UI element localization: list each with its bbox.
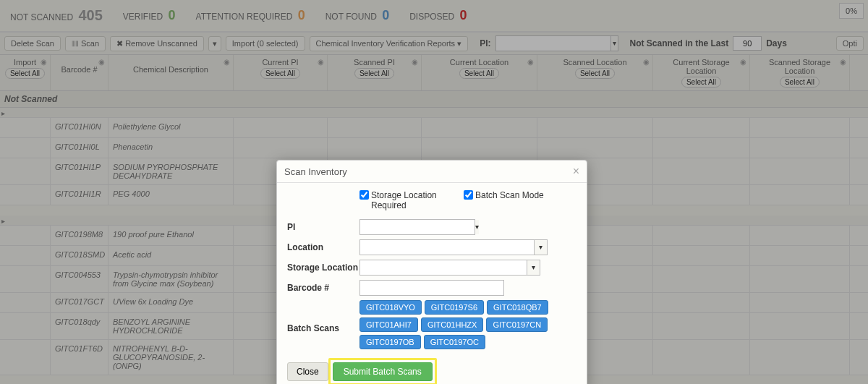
toolbar-pi-input[interactable] [496,36,610,51]
cell-current-pi [234,118,328,137]
scan-inventory-modal: Scan Inventory × Storage Location Requir… [276,160,587,384]
stat-not-found-label: NOT FOUND [326,12,377,22]
cell-current-stor [653,118,750,137]
cell-import [0,313,51,339]
close-button[interactable]: Close [287,362,328,381]
filter-icon[interactable]: ◉ [41,58,47,66]
filter-icon[interactable]: ◉ [412,58,418,66]
scan-button[interactable]: ⦀⦀ Scan [65,36,106,51]
batch-scan-tag[interactable]: GITC0197CN [486,317,548,332]
remove-unscanned-dropdown[interactable]: ▾ [208,36,221,51]
modal-footer: Close Submit Batch Scans [277,359,587,384]
filter-icon[interactable]: ◉ [318,58,324,66]
batch-scan-tag[interactable]: GITC0197OB [359,335,421,349]
options-button[interactable]: Opti [836,36,864,51]
stat-disposed-label: DISPOSED [409,12,454,22]
col-barcode[interactable]: ◉ Barcode # [51,55,109,90]
cell-current-stor [653,226,750,245]
stat-not-scanned-value: 405 [78,7,102,23]
remove-unscanned-button[interactable]: ✖ Remove Unscanned [110,36,204,51]
cell-barcode: GITC004553 [51,266,109,292]
caret-down-icon: ▾ [457,39,461,48]
modal-storage-select[interactable]: ▾ [359,260,540,276]
batch-scan-tag[interactable]: GITC0197OC [424,335,485,349]
batch-mode-input[interactable] [464,190,473,200]
storage-required-label: Storage Location Required [371,190,451,210]
batch-mode-checkbox[interactable]: Batch Scan Mode [464,190,544,210]
toolbar-pi-select[interactable]: ▾ [495,35,618,51]
chevron-down-icon[interactable]: ▾ [527,260,540,275]
table-row[interactable]: GITC01HI0LPhenacetin [0,138,868,158]
modal-storage-input[interactable] [360,260,527,275]
storage-required-checkbox[interactable]: Storage Location Required [359,190,451,210]
scan-button-label: Scan [81,39,99,48]
table-row[interactable]: GITC01HI0NPoliethylene Glycol [0,118,868,138]
batch-scan-tag[interactable]: GITC0197S6 [425,300,484,315]
col-description[interactable]: ◉ Chemical Description [109,55,234,90]
filter-icon[interactable]: ◉ [740,58,746,66]
cell-description: NITROPHENYL B-D-GLUCOPYRANOSIDE, 2- (ONP… [109,340,234,375]
column-headers: ◉ Import Select All ◉ Barcode # ◉ Chemic… [0,55,868,91]
batch-scan-tag[interactable]: GITC018VYO [359,300,422,315]
stat-verified-label: VERIFIED [123,12,163,22]
col-current-location[interactable]: ◉ Current Location Select All [422,55,537,90]
delete-scan-button[interactable]: Delete Scan [4,36,61,51]
filter-icon[interactable]: ◉ [643,58,650,66]
reports-dropdown[interactable]: Chemical Inventory Verification Reports … [310,36,469,51]
col-current-storage[interactable]: ◉ Current Storage Location Select All [653,55,750,90]
chevron-down-icon[interactable]: ▾ [534,240,547,255]
col-import: ◉ Import Select All [0,55,51,90]
batch-mode-label: Batch Scan Mode [475,190,544,200]
select-all-current-stor[interactable]: Select All [681,77,721,88]
cell-current-stor [653,158,750,184]
toolbar-pi-label: PI: [480,38,490,48]
stat-attention: ATTENTION REQUIRED 0 [196,8,305,23]
chevron-down-icon[interactable]: ▾ [610,36,618,51]
filter-icon[interactable]: ◉ [527,58,534,66]
cell-scanned-loc [537,138,653,158]
filter-icon[interactable]: ◉ [98,58,105,66]
select-all-import[interactable]: Select All [5,68,45,79]
batch-scan-tag[interactable]: GITC01HHZX [421,317,483,332]
storage-required-input[interactable] [359,190,369,200]
col-scanned-pi[interactable]: ◉ Scanned PI Select All [328,55,422,90]
submit-batch-scans-button[interactable]: Submit Batch Scans [333,362,433,381]
close-icon[interactable]: × [573,165,579,178]
days-label: Days [766,38,787,48]
col-scanned-storage[interactable]: ◉ Scanned Storage Location Select All [750,55,850,90]
modal-barcode-input[interactable] [359,280,504,296]
col-scanned-pi-label: Scanned PI [332,58,417,67]
cell-import [0,266,51,292]
select-all-scanned-stor[interactable]: Select All [780,77,820,88]
batch-scan-tag[interactable]: GITC01AHI7 [359,317,418,332]
modal-pi-input[interactable] [360,220,475,234]
cell-import [0,138,51,158]
col-scanned-location[interactable]: ◉ Scanned Location Select All [537,55,653,90]
stat-not-found-value: 0 [382,8,389,22]
modal-storage-label: Storage Location [287,260,359,273]
modal-location-select[interactable]: ▾ [359,239,548,255]
col-scanned-loc-label: Scanned Location [542,58,648,67]
select-all-scanned-loc[interactable]: Select All [575,68,615,79]
cell-scanned-stor [750,266,850,292]
modal-location-input[interactable] [360,240,534,255]
modal-header: Scan Inventory × [277,161,587,183]
select-all-current-pi[interactable]: Select All [260,68,300,79]
filter-icon[interactable]: ◉ [224,58,230,66]
col-current-pi[interactable]: ◉ Current PI Select All [234,55,328,90]
filter-icon[interactable]: ◉ [840,58,846,66]
cell-import [0,293,51,312]
cell-current-stor [653,340,750,375]
batch-scan-tag[interactable]: GITC018QB7 [487,300,548,315]
cell-import [0,246,51,265]
cell-current-loc [422,138,537,158]
days-input[interactable] [733,36,762,51]
cell-scanned-stor [750,138,850,158]
select-all-scanned-pi[interactable]: Select All [354,68,394,79]
stat-attention-label: ATTENTION REQUIRED [196,12,293,22]
modal-pi-select[interactable]: ▾ [359,219,475,235]
select-all-current-loc[interactable]: Select All [459,68,499,79]
chevron-down-icon[interactable]: ▾ [475,220,479,234]
import-selected-button[interactable]: Import (0 selected) [226,36,305,51]
cell-import [0,158,51,184]
